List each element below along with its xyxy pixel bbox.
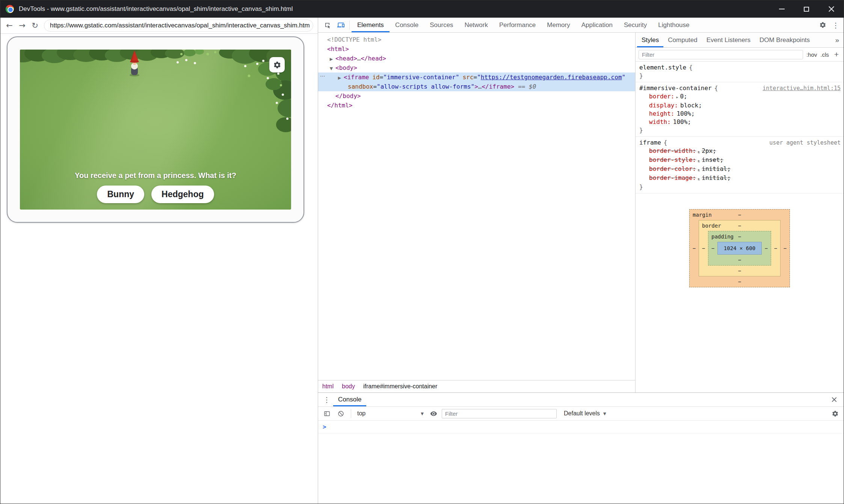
body-close-node[interactable]: </body> xyxy=(335,92,361,100)
expand-shorthand-icon[interactable]: ▸ xyxy=(676,95,678,99)
expand-arrow-icon[interactable]: ▶ xyxy=(335,73,344,83)
title-bar: DevTools - www.gstatic.com/assistant/int… xyxy=(0,0,844,18)
breadcrumb-html[interactable]: html xyxy=(318,380,338,392)
devtools-toolbar: Elements Console Sources Network Perform… xyxy=(318,18,844,33)
iframe-src-link[interactable]: https://testgnomegarden.firebaseapp.com xyxy=(481,74,622,81)
expand-shorthand-icon[interactable]: ▸ xyxy=(698,158,700,163)
clear-console-icon[interactable] xyxy=(335,408,346,419)
toggle-hover-state-button[interactable]: :hov xyxy=(806,51,817,58)
console-filter-input[interactable] xyxy=(442,409,557,418)
breadcrumb-iframe[interactable]: iframe#immersive-container xyxy=(359,380,441,392)
new-style-rule-button[interactable]: + xyxy=(832,50,841,59)
drawer-tab-console[interactable]: Console xyxy=(333,393,366,406)
chevron-down-icon: ▼ xyxy=(421,412,424,416)
box-model-content: 1024 × 600 xyxy=(717,242,762,255)
console-sidebar-icon[interactable] xyxy=(321,408,332,419)
styles-filter-input[interactable] xyxy=(639,50,803,59)
doctype-node: <!DOCTYPE html> xyxy=(327,36,382,43)
html-close-node[interactable]: </html> xyxy=(327,102,352,109)
close-button[interactable] xyxy=(819,0,844,18)
back-icon[interactable]: ← xyxy=(3,21,15,30)
close-drawer-button[interactable] xyxy=(829,394,840,405)
tab-overflow-icon[interactable]: » xyxy=(830,36,844,44)
devtools-toolbar-right: ⋮ xyxy=(816,20,844,31)
reload-icon[interactable]: ↻ xyxy=(29,21,41,30)
inspect-element-icon[interactable] xyxy=(320,20,334,31)
expand-shorthand-icon[interactable]: ▸ xyxy=(698,177,700,181)
device-toolbar-icon[interactable] xyxy=(334,20,347,31)
selected-iframe-node[interactable]: ⋯ ▶<iframeid="immersive-container"src="h… xyxy=(318,72,635,91)
expand-shorthand-icon[interactable]: ▸ xyxy=(698,167,700,172)
attr-src: src xyxy=(463,74,474,81)
log-levels-select[interactable]: Default levels ▼ xyxy=(564,410,606,417)
console-drawer: ⋮ Console top ▼ Default levels ▼ xyxy=(318,392,844,504)
minimize-icon xyxy=(779,9,785,9)
css-property: height:100%; xyxy=(639,110,841,118)
console-prompt-row[interactable]: > xyxy=(318,421,844,433)
tab-sources[interactable]: Sources xyxy=(424,18,459,32)
css-property-overridden: border-image:▸initial; xyxy=(639,174,841,183)
node-overflow-icon[interactable]: ⋯ xyxy=(320,73,326,79)
console-messages[interactable]: > xyxy=(318,421,844,504)
tab-memory[interactable]: Memory xyxy=(541,18,575,32)
breadcrumb-body[interactable]: body xyxy=(338,380,359,392)
expand-arrow-icon[interactable]: ▶ xyxy=(327,54,335,64)
css-property: display:block; xyxy=(639,101,841,110)
game-question: You receive a pet from a princess. What … xyxy=(75,171,236,180)
maximize-icon xyxy=(804,7,809,12)
html-open-node[interactable]: <html> xyxy=(327,45,349,53)
more-options-icon[interactable]: ⋮ xyxy=(829,21,842,29)
answer-button-bunny[interactable]: Bunny xyxy=(97,186,144,203)
body-open-node[interactable]: <body> xyxy=(335,64,357,71)
collapse-arrow-icon[interactable]: ▼ xyxy=(327,64,335,73)
maximize-button[interactable] xyxy=(794,0,819,18)
browser-navbar: ← → ↻ https://www.gstatic.com/assistant/… xyxy=(0,18,318,34)
breadcrumb: html body iframe#immersive-container xyxy=(318,380,635,392)
tab-security[interactable]: Security xyxy=(618,18,652,32)
tab-dom-breakpoints[interactable]: DOM Breakpoints xyxy=(755,33,814,47)
console-settings-icon[interactable] xyxy=(829,408,841,419)
css-property-overridden: border-color:▸initial; xyxy=(639,165,841,174)
execution-context-select[interactable]: top ▼ xyxy=(356,410,425,417)
devtools-main: <!DOCTYPE html> <html> ▶<head>…</head> ▼… xyxy=(318,33,844,392)
console-toolbar: top ▼ Default levels ▼ xyxy=(318,407,844,421)
forward-icon[interactable]: → xyxy=(16,21,28,30)
minimize-button[interactable] xyxy=(769,0,794,18)
tab-styles[interactable]: Styles xyxy=(637,33,663,47)
box-model-border: border − − − − padding − − − xyxy=(699,220,781,276)
console-prompt-icon: > xyxy=(323,423,326,430)
style-rule-immersive-container[interactable]: #immersive-container{ interactive…him.ht… xyxy=(636,82,844,137)
tab-computed[interactable]: Computed xyxy=(663,33,702,47)
tab-event-listeners[interactable]: Event Listeners xyxy=(702,33,755,47)
expand-shorthand-icon[interactable]: ▸ xyxy=(698,149,700,154)
styles-sidebar: Styles Computed Event Listeners DOM Brea… xyxy=(636,33,844,392)
tab-elements[interactable]: Elements xyxy=(352,18,390,32)
toggle-class-button[interactable]: .cls xyxy=(820,51,829,58)
drawer-menu-icon[interactable]: ⋮ xyxy=(320,395,333,404)
tab-network[interactable]: Network xyxy=(459,18,494,32)
stylesheet-source-link[interactable]: interactive…him.html:15 xyxy=(759,84,841,92)
tab-console[interactable]: Console xyxy=(390,18,424,32)
tab-application[interactable]: Application xyxy=(576,18,618,32)
style-rule-iframe-user-agent[interactable]: iframe{ user agent stylesheet border-wid… xyxy=(636,137,844,193)
console-drawer-header: ⋮ Console xyxy=(318,393,844,407)
chevron-down-icon: ▼ xyxy=(603,412,606,416)
hedge-top xyxy=(20,50,204,63)
answer-button-hedgehog[interactable]: Hedgehog xyxy=(151,186,214,203)
box-model-diagram[interactable]: margin − − − − border − − − − xyxy=(689,209,790,287)
tab-lighthouse[interactable]: Lighthouse xyxy=(652,18,695,32)
style-rule-element-style[interactable]: element.style{ } xyxy=(636,62,844,82)
head-node[interactable]: <head> xyxy=(335,55,357,62)
tab-performance[interactable]: Performance xyxy=(494,18,541,32)
game-settings-button[interactable] xyxy=(269,57,285,72)
styles-filter-row: :hov .cls + xyxy=(636,48,844,62)
dom-tree[interactable]: <!DOCTYPE html> <html> ▶<head>…</head> ▼… xyxy=(318,33,635,380)
styles-tab-bar: Styles Computed Event Listeners DOM Brea… xyxy=(636,33,844,48)
url-bar[interactable]: https://www.gstatic.com/assistant/intera… xyxy=(44,20,313,32)
styles-rules: element.style{ } #immersive-container{ i… xyxy=(636,62,844,392)
toolbar-divider xyxy=(349,21,350,30)
devtools-window: DevTools - www.gstatic.com/assistant/int… xyxy=(0,0,844,504)
live-expression-eye-icon[interactable] xyxy=(428,408,439,419)
css-property: border:▸0; xyxy=(639,92,841,101)
settings-gear-icon[interactable] xyxy=(816,20,829,31)
